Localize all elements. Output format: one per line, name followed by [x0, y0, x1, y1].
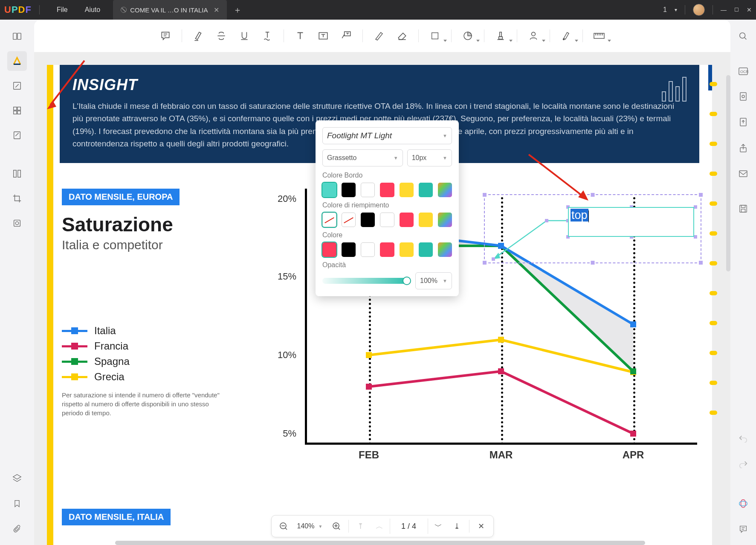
opacity-value-select[interactable]: 100%▼ — [415, 272, 452, 289]
insight-heading: INSIGHT — [72, 76, 686, 94]
attachment-icon[interactable] — [7, 519, 27, 539]
swatch-custom[interactable] — [438, 183, 452, 197]
swatch-teal[interactable] — [419, 242, 433, 257]
vertical-scrollbar[interactable] — [726, 75, 730, 271]
form-tool-icon[interactable] — [7, 125, 27, 145]
user-avatar[interactable] — [693, 4, 705, 16]
swatch-white[interactable] — [380, 213, 394, 227]
page-indicator[interactable]: 1 / 4 — [390, 519, 428, 534]
layers-icon[interactable] — [7, 468, 27, 488]
zoom-value[interactable]: 140%▼ — [294, 518, 326, 535]
comment-icon[interactable] — [156, 26, 175, 45]
annotate-tool-icon[interactable] — [7, 51, 27, 71]
save-icon[interactable] — [733, 199, 753, 219]
next-page-button[interactable]: ﹀ — [430, 518, 447, 535]
stamp-tool-icon[interactable] — [491, 26, 510, 45]
document-tab[interactable]: COME VA IL …O IN ITALIA ✕ — [113, 0, 227, 20]
font-weight-select[interactable]: Grassetto▼ — [322, 149, 403, 166]
svg-point-12 — [15, 221, 18, 224]
opacity-label: Opacità — [322, 261, 452, 269]
horizontal-scrollbar[interactable] — [115, 541, 645, 545]
search-icon[interactable] — [733, 26, 753, 46]
menu-help[interactable]: Aiuto — [85, 6, 100, 14]
svg-point-20 — [563, 38, 565, 40]
comments-panel-icon[interactable] — [733, 519, 753, 539]
swatch-custom[interactable] — [438, 242, 452, 257]
callout-text[interactable]: top — [571, 209, 588, 221]
menu-file[interactable]: File — [57, 6, 68, 14]
maximize-button[interactable]: ☐ — [734, 7, 739, 13]
ocr-icon[interactable]: OCR — [733, 61, 753, 81]
swatch-custom[interactable] — [438, 213, 452, 227]
close-nav-button[interactable]: ✕ — [473, 518, 490, 535]
ruler-tool-icon[interactable] — [590, 26, 608, 45]
strikethrough-icon[interactable] — [212, 26, 231, 45]
zoom-out-button[interactable] — [275, 518, 292, 535]
document-viewport[interactable]: INSIGHT L'Italia chiude il mese di febbr… — [34, 52, 730, 545]
textbox-tool-icon[interactable] — [314, 26, 333, 45]
sticker-tool-icon[interactable] — [458, 26, 477, 45]
first-page-button[interactable]: ⤒ — [352, 518, 369, 535]
protect-icon[interactable] — [733, 87, 753, 107]
swatch-white[interactable] — [361, 242, 375, 257]
tab-dropdown-icon[interactable]: ▾ — [675, 7, 677, 13]
ai-assistant-icon[interactable] — [733, 494, 753, 513]
eraser-icon[interactable] — [393, 26, 411, 45]
svg-rect-25 — [740, 93, 746, 100]
compare-icon[interactable] — [7, 164, 27, 184]
pencil-icon[interactable] — [370, 26, 388, 45]
close-window-button[interactable]: ✕ — [747, 6, 752, 13]
undo-icon[interactable] — [733, 428, 753, 448]
redo-icon[interactable] — [733, 454, 753, 473]
reader-mode-icon[interactable] — [7, 26, 27, 46]
swatch-yellow[interactable] — [419, 213, 433, 227]
text-tool-icon[interactable] — [291, 26, 310, 45]
swatch-black[interactable] — [361, 213, 375, 227]
share-icon[interactable] — [733, 138, 753, 158]
svg-line-46 — [493, 221, 547, 259]
swatch-red[interactable] — [380, 183, 394, 197]
swatch-white[interactable] — [361, 183, 375, 197]
annotation-selection[interactable]: top — [484, 194, 701, 263]
swatch-teal[interactable] — [322, 183, 336, 197]
bookmark-icon[interactable] — [7, 494, 27, 513]
opacity-slider[interactable] — [322, 278, 410, 284]
mail-icon[interactable] — [733, 164, 753, 184]
swatch-yellow[interactable] — [400, 183, 414, 197]
swatch-black[interactable] — [342, 242, 356, 257]
highlight-icon[interactable] — [189, 26, 208, 45]
underline-icon[interactable] — [235, 26, 254, 45]
close-tab-icon[interactable]: ✕ — [214, 6, 219, 14]
font-select[interactable]: Footlight MT Light▼ — [322, 127, 452, 144]
legend-francia: Francia — [94, 340, 128, 352]
swatch-black[interactable] — [342, 183, 356, 197]
callout-tool-icon[interactable] — [337, 26, 356, 45]
crop-icon[interactable] — [7, 189, 27, 208]
squiggly-icon[interactable] — [258, 26, 277, 45]
swatch-pink[interactable] — [322, 242, 336, 257]
swatch-none[interactable] — [322, 213, 336, 227]
swatch-teal2[interactable] — [419, 183, 433, 197]
chart-subtitle: Italia e competitor — [62, 238, 224, 252]
font-size-select[interactable]: 10px▼ — [407, 149, 452, 166]
prev-page-button[interactable]: ︿ — [371, 518, 388, 535]
new-tab-button[interactable]: ＋ — [233, 4, 242, 16]
signature-tool-icon[interactable] — [524, 26, 543, 45]
last-page-button[interactable]: ⤓ — [449, 518, 466, 535]
swatch-yellow[interactable] — [400, 242, 414, 257]
swatch-none2[interactable] — [342, 213, 356, 227]
edit-text-icon[interactable] — [7, 76, 27, 96]
export-icon[interactable] — [733, 113, 753, 132]
svg-rect-45 — [630, 321, 636, 327]
zoom-in-button[interactable] — [328, 518, 345, 535]
organize-pages-icon[interactable] — [7, 101, 27, 120]
titlebar: UPDF File Aiuto COME VA IL …O IN ITALIA … — [0, 0, 756, 20]
legend-spagna: Spagna — [94, 356, 130, 367]
shape-tool-icon[interactable] — [426, 26, 444, 45]
swatch-red[interactable] — [400, 213, 414, 227]
swatch-red[interactable] — [380, 242, 394, 257]
watermark-icon[interactable] — [7, 213, 27, 233]
minimize-button[interactable]: — — [721, 6, 727, 13]
sign-tool-icon[interactable] — [557, 26, 576, 45]
callout-textbox[interactable]: top — [568, 207, 694, 237]
